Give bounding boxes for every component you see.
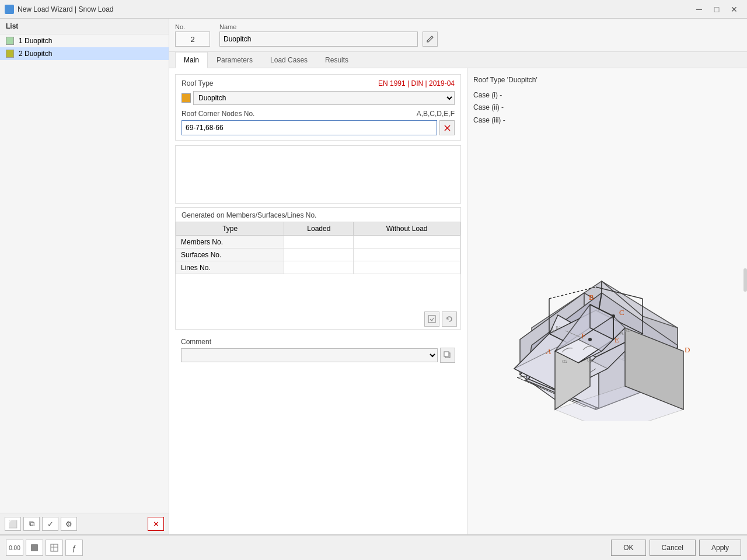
- pick-icon: [428, 315, 436, 323]
- svg-text:E: E: [615, 335, 619, 344]
- generated-table: Type Loaded Without Load Members No.: [176, 222, 460, 274]
- svg-rect-4: [444, 352, 449, 356]
- svg-text:R1: R1: [556, 326, 561, 331]
- roof-svg: A B C D E F A R1 A: [485, 235, 730, 421]
- diagram-area: Roof Type 'Duopitch' Case (i) - Case (ii…: [467, 68, 747, 534]
- close-button[interactable]: ✕: [726, 3, 742, 16]
- comment-copy-button[interactable]: [440, 348, 455, 363]
- nodes-input[interactable]: [181, 120, 437, 135]
- col-without-load: Without Load: [354, 222, 460, 236]
- svg-text:C: C: [619, 308, 624, 317]
- roof-info-title: Roof Type 'Duopitch': [473, 74, 741, 87]
- title-bar: New Load Wizard | Snow Load ─ □ ✕: [0, 0, 747, 19]
- no-value: 2: [175, 32, 210, 47]
- ref-value-button[interactable]: 0.00: [6, 540, 23, 556]
- validate-button[interactable]: ✓: [42, 517, 58, 531]
- roof-type-select[interactable]: Duopitch: [193, 91, 455, 105]
- tab-parameters[interactable]: Parameters: [208, 52, 261, 68]
- ok-button[interactable]: OK: [611, 540, 645, 556]
- maximize-button[interactable]: □: [708, 3, 725, 16]
- surface-button[interactable]: [26, 540, 43, 556]
- roof-diagram: A B C D E F A R1 A: [473, 127, 741, 528]
- minimize-button[interactable]: ─: [691, 3, 707, 16]
- tabs-bar: Main Parameters Load Cases Results: [169, 52, 747, 68]
- apply-button[interactable]: Apply: [699, 540, 741, 556]
- title-bar-left: New Load Wizard | Snow Load: [5, 5, 114, 14]
- surface-icon: [30, 543, 39, 552]
- row-members-loaded: [284, 236, 354, 249]
- window-controls: ─ □ ✕: [691, 3, 742, 16]
- comment-wrapper: Comment: [175, 334, 461, 368]
- col-type: Type: [176, 222, 284, 236]
- svg-text:A: A: [619, 329, 624, 336]
- nodes-clear-button[interactable]: [439, 120, 455, 135]
- clear-icon: [444, 124, 451, 132]
- reset-table-button[interactable]: [442, 312, 457, 327]
- svg-text:D: D: [685, 345, 690, 354]
- svg-rect-60: [31, 544, 38, 551]
- tab-main[interactable]: Main: [175, 52, 208, 68]
- function-button[interactable]: ƒ: [65, 540, 83, 556]
- reset-icon: [445, 315, 453, 323]
- header-row: No. 2 Name: [169, 19, 747, 52]
- item-color-2: [6, 50, 14, 58]
- name-edit-button[interactable]: [423, 32, 438, 47]
- edit-icon: [426, 35, 434, 43]
- col-loaded: Loaded: [284, 222, 354, 236]
- cancel-button[interactable]: Cancel: [650, 540, 696, 556]
- window-title: New Load Wizard | Snow Load: [18, 5, 114, 13]
- svg-point-46: [588, 338, 592, 341]
- roof-standard-value: EN 1991 | DIN | 2019-04: [378, 79, 455, 88]
- pick-surfaces-button[interactable]: [424, 312, 439, 327]
- roof-type-label: Roof Type: [181, 79, 213, 88]
- new-list-item-button[interactable]: ⬜: [5, 517, 21, 531]
- comment-select[interactable]: [181, 348, 438, 362]
- sidebar-header: List: [0, 19, 169, 34]
- sidebar-item-2[interactable]: 2 Duopitch: [0, 47, 169, 60]
- table-row: Lines No.: [176, 261, 460, 274]
- tab-results[interactable]: Results: [316, 52, 357, 68]
- table-row: Members No.: [176, 236, 460, 249]
- delete-button[interactable]: ✕: [148, 517, 164, 531]
- name-label: Name: [219, 23, 741, 30]
- settings-button[interactable]: ⚙: [61, 517, 77, 531]
- generated-label: Generated on Members/Surfaces/Lines No.: [176, 208, 460, 222]
- sidebar-list: 1 Duopitch 2 Duopitch: [0, 34, 169, 513]
- row-lines-without: [354, 261, 460, 274]
- row-surfaces-without: [354, 249, 460, 261]
- svg-text:α₂: α₂: [587, 356, 592, 363]
- comment-label: Comment: [181, 338, 455, 346]
- copy-list-item-button[interactable]: ⧉: [23, 517, 40, 531]
- sidebar-footer: ⬜ ⧉ ✓ ⚙ ✕: [0, 513, 169, 534]
- resize-handle[interactable]: [743, 268, 747, 292]
- svg-text:A: A: [550, 327, 555, 334]
- row-members-without: [354, 236, 460, 249]
- svg-rect-2: [428, 316, 435, 323]
- right-panel: No. 2 Name Main: [169, 19, 747, 534]
- tab-load-cases[interactable]: Load Cases: [261, 52, 316, 68]
- sidebar-item-1[interactable]: 1 Duopitch: [0, 34, 169, 47]
- roof-type-inner: Roof Type EN 1991 | DIN | 2019-04 Duopit…: [176, 75, 460, 140]
- copy-comment-icon: [444, 351, 452, 359]
- nodes-label: Roof Corner Nodes No.: [181, 110, 254, 118]
- roof-type-color-swatch: [181, 93, 191, 103]
- case-i: Case (i) -: [473, 89, 741, 102]
- no-field-group: No. 2: [175, 23, 210, 47]
- comment-input-row: [181, 348, 455, 363]
- name-input-row: [219, 32, 741, 47]
- bottom-right: OK Cancel Apply: [611, 540, 741, 556]
- roof-type-dropdown-row: Duopitch: [181, 91, 455, 105]
- roof-type-section: Roof Type EN 1991 | DIN | 2019-04 Duopit…: [175, 74, 461, 141]
- svg-text:F: F: [581, 331, 585, 340]
- content-area: List 1 Duopitch 2 Duopitch ⬜ ⧉ ✓ ⚙ ✕: [0, 19, 747, 534]
- nodes-hint: A,B,C,D,E,F: [417, 110, 455, 118]
- row-members-type: Members No.: [176, 236, 284, 249]
- mesh-button[interactable]: [46, 540, 63, 556]
- name-input[interactable]: [219, 32, 418, 47]
- bottom-left: 0.00 ƒ: [6, 540, 83, 556]
- item-color-1: [6, 37, 14, 45]
- case-iii: Case (iii) -: [473, 114, 741, 127]
- row-surfaces-loaded: [284, 249, 354, 261]
- svg-text:α₁: α₁: [562, 358, 567, 364]
- bottom-toolbar: 0.00 ƒ OK Cancel Apply: [0, 534, 747, 560]
